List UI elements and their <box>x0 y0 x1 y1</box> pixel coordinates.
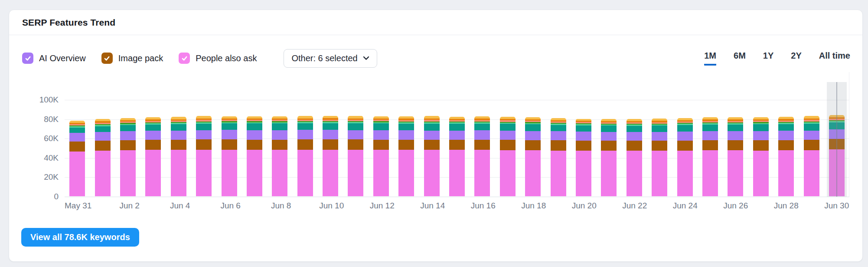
bar-slot-jun-4[interactable] <box>166 72 191 196</box>
checkbox[interactable] <box>179 53 190 64</box>
segment-people-also-ask <box>95 151 111 196</box>
stacked-bar[interactable] <box>753 117 769 196</box>
time-range-tabs: 1M6M1Y2YAll time <box>704 51 850 66</box>
stacked-bar[interactable] <box>702 117 718 196</box>
bar-slot-jun-29[interactable] <box>799 72 824 196</box>
stacked-bar[interactable] <box>196 116 212 196</box>
stacked-bar[interactable] <box>247 116 262 196</box>
bar-slot-jun-3[interactable] <box>140 72 166 196</box>
segment-other_1 <box>576 125 591 132</box>
segment-ai-overview <box>551 131 566 140</box>
bar-slot-jun-26[interactable] <box>723 72 748 196</box>
bar-slot-jun-17[interactable] <box>495 72 520 196</box>
segment-image-pack <box>348 139 363 149</box>
stacked-bar[interactable] <box>829 115 845 196</box>
bar-slot-jun-30[interactable] <box>824 72 849 196</box>
stacked-bar[interactable] <box>500 117 516 196</box>
bar-slot-jun-15[interactable] <box>444 72 470 196</box>
stacked-bar[interactable] <box>804 116 819 196</box>
stacked-bar[interactable] <box>424 116 440 196</box>
bar-slot-jun-10[interactable] <box>318 72 343 196</box>
stacked-bar[interactable] <box>576 119 591 196</box>
bar-slot-jun-6[interactable] <box>216 72 241 196</box>
bar-slot-jun-9[interactable] <box>293 72 318 196</box>
stacked-bar[interactable] <box>652 119 667 196</box>
bar-slot-jun-2[interactable] <box>115 72 140 196</box>
bar-slot-jun-28[interactable] <box>773 72 799 196</box>
stacked-bar[interactable] <box>323 116 338 196</box>
segment-ai-overview <box>247 130 262 140</box>
filter-checkbox-people-also-ask[interactable]: People also ask <box>179 53 257 64</box>
bar-slot-jun-5[interactable] <box>191 72 216 196</box>
stacked-bar[interactable] <box>778 117 794 196</box>
stacked-bar[interactable] <box>373 116 389 196</box>
segment-image-pack <box>247 140 262 150</box>
bar-slot-jun-8[interactable] <box>267 72 292 196</box>
bar-slot-jun-22[interactable] <box>622 72 647 196</box>
segment-ai-overview <box>222 130 237 139</box>
segment-ai-overview <box>196 130 212 140</box>
bar-slot-jun-16[interactable] <box>470 72 495 196</box>
filter-checkbox-ai-overview[interactable]: AI Overview <box>22 53 86 64</box>
stacked-bar[interactable] <box>551 118 566 196</box>
checkbox[interactable] <box>101 53 113 64</box>
bar-slot-jun-23[interactable] <box>647 72 672 196</box>
bar-slot-jun-12[interactable] <box>369 72 394 196</box>
x-tick-label <box>647 201 672 211</box>
x-tick-label: Jun 14 <box>420 201 445 211</box>
segment-other_1 <box>702 125 718 131</box>
stacked-bar[interactable] <box>449 117 465 196</box>
tab-2y[interactable]: 2Y <box>791 51 801 66</box>
stacked-bar[interactable] <box>171 117 186 196</box>
segment-people-also-ask <box>728 150 743 196</box>
stacked-bar[interactable] <box>677 118 693 196</box>
bar-slot-jun-18[interactable] <box>520 72 545 196</box>
tab-1y[interactable]: 1Y <box>763 51 773 66</box>
segment-image-pack <box>120 140 136 150</box>
bar-slot-jun-25[interactable] <box>698 72 723 196</box>
bar-slot-jun-21[interactable] <box>596 72 621 196</box>
tab-all-time[interactable]: All time <box>819 51 850 66</box>
stacked-bar[interactable] <box>398 116 414 196</box>
stacked-bar[interactable] <box>348 116 363 196</box>
bar-slot-jun-24[interactable] <box>672 72 697 196</box>
stacked-bar[interactable] <box>474 116 490 196</box>
stacked-bar[interactable] <box>272 116 287 196</box>
segment-other_1 <box>753 124 769 131</box>
bars-layer <box>65 72 849 196</box>
stacked-bar[interactable] <box>728 117 743 196</box>
stacked-bar[interactable] <box>297 116 313 196</box>
tab-6m[interactable]: 6M <box>734 51 746 66</box>
bar-slot-jun-11[interactable] <box>343 72 368 196</box>
bar-slot-jun-13[interactable] <box>394 72 419 196</box>
segment-ai-overview <box>728 131 743 140</box>
filter-checkbox-image-pack[interactable]: Image pack <box>101 53 163 64</box>
bar-slot-jun-20[interactable] <box>571 72 596 196</box>
checkbox[interactable] <box>22 53 33 64</box>
segment-ai-overview <box>525 131 541 140</box>
segment-image-pack <box>196 139 212 149</box>
segment-other_1 <box>677 125 693 132</box>
bar-slot-may-31[interactable] <box>65 72 90 196</box>
stacked-bar[interactable] <box>525 117 541 196</box>
bar-slot-jun-1[interactable] <box>90 72 115 196</box>
stacked-bar[interactable] <box>601 119 617 196</box>
stacked-bar[interactable] <box>627 119 642 196</box>
other-features-dropdown[interactable]: Other: 6 selected <box>284 49 377 68</box>
bar-slot-jun-7[interactable] <box>242 72 267 196</box>
bar-slot-jun-19[interactable] <box>545 72 571 196</box>
tab-1m[interactable]: 1M <box>704 51 716 66</box>
y-tick-label: 20K <box>26 172 59 182</box>
checkmark-icon <box>181 55 188 62</box>
stacked-bar[interactable] <box>95 119 111 196</box>
stacked-bar[interactable] <box>222 116 237 196</box>
segment-other_1 <box>222 123 237 130</box>
bar-slot-jun-14[interactable] <box>419 72 444 196</box>
segment-ai-overview <box>323 130 338 139</box>
stacked-bar[interactable] <box>145 117 161 196</box>
view-all-keywords-button[interactable]: View all 78.6K keywords <box>21 228 139 247</box>
bar-slot-jun-27[interactable] <box>748 72 773 196</box>
stacked-bar[interactable] <box>120 118 136 196</box>
stacked-bar[interactable] <box>69 121 85 196</box>
x-tick-label: Jun 26 <box>723 201 748 211</box>
